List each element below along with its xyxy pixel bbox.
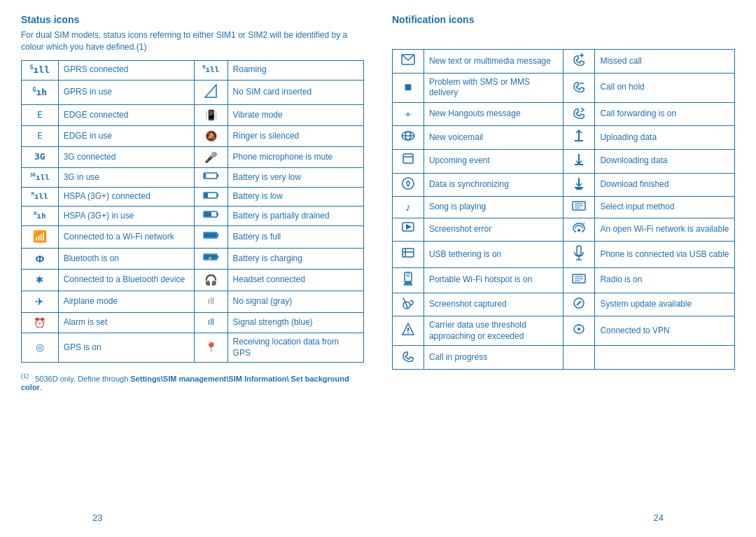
- status-icon-right: [195, 225, 228, 248]
- table-row: Screenshot capturedSystem update availab…: [393, 293, 735, 316]
- notif-icon-right: [564, 242, 595, 268]
- status-icon-left: E: [22, 126, 59, 147]
- status-label-right: Battery is partially drained: [227, 207, 363, 226]
- notif-icon-left: [393, 149, 424, 173]
- status-label-left: GPS is on: [58, 333, 194, 363]
- notif-icon-left: [393, 316, 424, 346]
- notif-label-left: Carrier data use threshold approaching o…: [424, 316, 564, 346]
- status-icon-left: 3G: [22, 146, 59, 168]
- status-icon-right: [195, 80, 228, 105]
- notif-label-right: Connected to VPN: [595, 316, 735, 346]
- svg-rect-5: [217, 194, 218, 197]
- svg-marker-0: [205, 85, 216, 97]
- svg-rect-49: [405, 284, 412, 285]
- status-icon-right: 🎧: [195, 270, 228, 291]
- status-icon-right: ıll: [195, 291, 228, 312]
- svg-point-63: [578, 328, 580, 330]
- status-label-right: Ringer is silenced: [227, 126, 363, 147]
- notif-icon-left: [393, 218, 424, 242]
- notif-label-right: Download finished: [595, 173, 735, 197]
- notif-icon-right: [564, 73, 595, 102]
- svg-rect-26: [403, 154, 413, 163]
- status-label-left: GPRS connected: [58, 60, 194, 80]
- status-icon-left: ✈: [22, 291, 59, 312]
- notif-icon-left: [393, 293, 424, 316]
- status-label-right: No signal (gray): [227, 291, 363, 312]
- svg-rect-8: [217, 213, 218, 216]
- status-icons-table: GıllGPRS connectedRıllRoamingGıhGPRS in …: [21, 60, 364, 363]
- status-label-left: Alarm is set: [58, 312, 194, 333]
- table-row: ◎GPS is on📍Receiving location data from …: [22, 333, 364, 363]
- status-label-left: Bluetooth is on: [58, 248, 194, 270]
- svg-rect-2: [217, 174, 218, 177]
- status-label-right: Receiving location data from GPS: [227, 333, 363, 363]
- notif-label-left: Problem with SMS or MMS delivery: [424, 73, 564, 102]
- table-row: Screenshot error?An open Wi-Fi network i…: [393, 218, 735, 242]
- notif-label-right: Radio is on: [595, 267, 735, 293]
- status-icon-left: Gıll: [22, 60, 59, 80]
- status-label-right: Battery is low: [227, 187, 363, 207]
- status-icon-right: 📍: [195, 333, 228, 363]
- notification-icons-title: Notification icons: [392, 14, 735, 25]
- status-icon-left: Gıh: [22, 80, 59, 105]
- notif-icon-left: +️: [393, 102, 424, 126]
- notif-icon-left: [393, 242, 424, 268]
- table-row: Upcoming eventDownloading data: [393, 149, 735, 173]
- status-icons-title: Status icons: [21, 14, 364, 25]
- notif-label-right: Missed call: [595, 50, 735, 74]
- status-icon-left: ⏰: [22, 312, 59, 333]
- status-icon-right: 📳: [195, 105, 228, 126]
- notif-label-left: Upcoming event: [424, 149, 564, 173]
- notif-icon-right: [564, 197, 595, 218]
- status-label-right: No SIM card inserted: [227, 80, 363, 105]
- notif-icon-left: ♪: [393, 197, 424, 218]
- notif-label-right: Call on hold: [595, 73, 735, 102]
- status-icon-left: 📶: [22, 225, 59, 248]
- notif-label-left: New text or multimedia message: [424, 50, 564, 74]
- notif-label-left: New Hangouts message: [424, 102, 564, 126]
- notif-label-right: Call forwarding is on: [595, 102, 735, 126]
- table-row: ФBluetooth is on⚡Battery is charging: [22, 248, 364, 270]
- table-row: ✈Airplane modeıllNo signal (gray): [22, 291, 364, 312]
- notif-label-left: New voicemail: [424, 126, 564, 150]
- right-page: Notification icons New text or multimedi…: [392, 14, 735, 505]
- notif-label-left: Portable Wi-Fi hotspot is on: [424, 267, 564, 293]
- table-row: GıllGPRS connectedRıllRoaming: [22, 60, 364, 80]
- status-icon-left: Hıll: [22, 187, 59, 207]
- footnote-sup: (1): [21, 372, 29, 379]
- table-row: HıhHSPA (3G+) in useBattery is partially…: [22, 207, 364, 226]
- status-icon-left: ✱: [22, 270, 59, 291]
- page-numbers: 23 24: [21, 512, 735, 523]
- table-row: EEDGE connected📳Vibrate mode: [22, 105, 364, 126]
- notification-icons-table: New text or multimedia messageMissed cal…: [392, 49, 735, 370]
- table-row: Portable Wi-Fi hotspot is onRadio is on: [393, 267, 735, 293]
- status-label-left: EDGE in use: [58, 126, 194, 147]
- status-icon-right: [195, 187, 228, 207]
- table-row: Call in progress: [393, 346, 735, 370]
- left-page-num: 23: [92, 512, 102, 523]
- notif-label-left: Song is playing: [424, 197, 564, 218]
- status-icon-left: ◎: [22, 333, 59, 363]
- notif-icon-left: [393, 346, 424, 370]
- notif-icon-right: [564, 173, 595, 197]
- status-label-left: 3G connected: [58, 146, 194, 168]
- status-icon-right: 🎤: [195, 146, 228, 168]
- status-icon-left: Hıh: [22, 207, 59, 226]
- status-icon-right: ıll: [195, 312, 228, 333]
- svg-point-61: [407, 333, 409, 334]
- status-label-right: Vibrate mode: [227, 105, 363, 126]
- status-label-left: 3G in use: [58, 168, 194, 188]
- status-icon-left: E: [22, 105, 59, 126]
- svg-rect-9: [204, 212, 211, 216]
- status-label-left: HSPA (3G+) in use: [58, 207, 194, 226]
- status-label-right: Headset connected: [227, 270, 363, 291]
- status-label-left: GPRS in use: [58, 80, 194, 105]
- notif-icon-left: [393, 50, 424, 74]
- status-icon-left: Ф: [22, 248, 59, 270]
- svg-point-39: [578, 229, 580, 232]
- svg-rect-12: [204, 233, 216, 237]
- table-row: +️New Hangouts messageCall forwarding is…: [393, 102, 735, 126]
- table-row: ■Problem with SMS or MMS deliveryCall on…: [393, 73, 735, 102]
- notif-label-right: Phone is connected via USB cable: [595, 242, 735, 268]
- svg-marker-38: [406, 224, 412, 230]
